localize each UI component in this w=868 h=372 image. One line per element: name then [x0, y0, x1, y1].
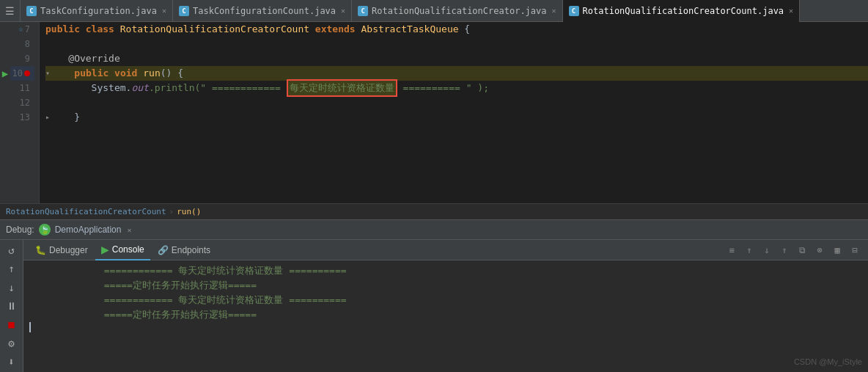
- scroll-down-btn[interactable]: ⇓: [760, 243, 774, 258]
- export-btn[interactable]: ⬇: [4, 355, 20, 369]
- app-name: DemoApplication: [55, 225, 122, 235]
- tab-console[interactable]: ▶ Console: [95, 240, 150, 260]
- tab-label-3: RotationQualificationCreator.java: [372, 6, 546, 16]
- tab-endpoints[interactable]: 🔗 Endpoints: [152, 240, 216, 260]
- restart-btn[interactable]: ↺: [4, 243, 20, 257]
- tab-3[interactable]: C RotationQualificationCreator.java ✕: [352, 0, 562, 22]
- tab-close-2[interactable]: ✕: [341, 7, 345, 15]
- margin-12: [0, 95, 10, 110]
- line-num-11: 11: [10, 81, 34, 95]
- debug-panel: ↺ ↑ ↓ ⏸ ■ ⚙ ⬇ 🐛 Debugger ▶ Console 🔗 End…: [0, 240, 868, 372]
- margin-13: [0, 110, 10, 125]
- console-line-3: ============ 每天定时统计资格证数量 ==========: [29, 293, 862, 307]
- line-num-9: 9: [10, 51, 34, 66]
- margin-10: ▶: [0, 66, 10, 81]
- tab-close-4[interactable]: ✕: [789, 7, 793, 15]
- tab-toolbar: ≡ ⇑ ⇓ ⇑ ⧉ ⊗ ▦ ⊟: [724, 243, 862, 258]
- breakpoint-icon: ▶: [2, 68, 8, 79]
- debug-toolbar: ↺ ↑ ↓ ⏸ ■ ⚙ ⬇: [0, 240, 23, 372]
- line-numbers: ☆7 8 9 10 11 12 13: [10, 22, 40, 203]
- tab-icon-3: C: [358, 6, 368, 16]
- console-line-1: ============ 每天定时统计资格证数量 ==========: [29, 263, 862, 278]
- line-num-10: 10: [10, 66, 34, 81]
- line-num-13: 13: [10, 110, 34, 125]
- scroll-up-btn[interactable]: ⇑: [777, 243, 792, 258]
- debug-content: 🐛 Debugger ▶ Console 🔗 Endpoints ≡ ⇑ ⇓ ⇑…: [23, 240, 868, 372]
- code-line-7: public class RotationQualificationCreato…: [45, 22, 868, 37]
- endpoints-label: Endpoints: [172, 245, 210, 255]
- highlight-box: 每天定时统计资格证数量: [287, 79, 397, 97]
- breadcrumb-class[interactable]: RotationQualificationCreatorCount: [6, 207, 166, 216]
- tab-icon-4: C: [569, 6, 579, 16]
- console-line-4: =====定时任务开始执行逻辑=====: [29, 307, 862, 322]
- tab-label-2: TaskConfigurationCount.java: [193, 6, 336, 16]
- wrap-btn[interactable]: ⇑: [742, 243, 757, 258]
- settings-btn[interactable]: ⚙: [4, 336, 20, 350]
- pause-btn[interactable]: ⏸: [4, 299, 20, 313]
- tab-label-4: RotationQualificationCreatorCount.java: [583, 6, 784, 16]
- copy-btn[interactable]: ⧉: [795, 243, 809, 258]
- debugger-label: Debugger: [49, 245, 88, 255]
- code-line-11: System.out.println(" ============ 每天定时统计…: [45, 81, 868, 95]
- tab-close-3[interactable]: ✕: [552, 7, 556, 15]
- console-text-4: =====定时任务开始执行逻辑=====: [29, 307, 257, 322]
- fold-arrow-10[interactable]: ▾: [45, 66, 50, 81]
- margin-8: [0, 37, 10, 51]
- up-btn[interactable]: ↑: [4, 261, 20, 275]
- tab-icon-1: C: [26, 6, 37, 16]
- line-num-8: 8: [10, 37, 34, 51]
- code-container: ▶ ☆7 8 9 10 11 12 13 public class Rot: [0, 22, 868, 203]
- clear-btn[interactable]: ⊗: [812, 243, 827, 258]
- stop-btn[interactable]: ■: [4, 318, 20, 332]
- tab-2[interactable]: C TaskConfigurationCount.java ✕: [173, 0, 352, 22]
- line-num-7: ☆7: [10, 22, 34, 37]
- breadcrumb: RotationQualificationCreatorCount › run(…: [0, 203, 868, 219]
- breakpoint-dot: [24, 70, 30, 76]
- tab-1[interactable]: C TaskConfiguration.java ✕: [21, 0, 173, 22]
- margin-9: [0, 51, 10, 66]
- watermark: CSDN @My_iStyle: [794, 354, 862, 369]
- tab-label-1: TaskConfiguration.java: [40, 6, 157, 16]
- cursor: [29, 322, 31, 332]
- grid-btn[interactable]: ▦: [830, 243, 845, 258]
- code-line-10: ▾ public void run() {: [45, 66, 868, 81]
- code-line-8: [45, 37, 868, 51]
- code-line-12: [45, 95, 868, 110]
- align-btn[interactable]: ⊟: [847, 243, 862, 258]
- console-text-3: ============ 每天定时统计资格证数量 ==========: [29, 293, 347, 307]
- code-content[interactable]: public class RotationQualificationCreato…: [40, 22, 868, 203]
- tab-icon-2: C: [179, 6, 189, 16]
- console-text-2: =====定时任务开始执行逻辑=====: [29, 278, 257, 293]
- margin-7: [0, 22, 10, 37]
- tab-debugger[interactable]: 🐛 Debugger: [29, 240, 94, 260]
- debug-tabs: 🐛 Debugger ▶ Console 🔗 Endpoints ≡ ⇑ ⇓ ⇑…: [23, 240, 868, 260]
- tab-close-1[interactable]: ✕: [162, 7, 166, 15]
- debug-bar: Debug: 🍃 DemoApplication ✕: [0, 219, 868, 240]
- sidebar-toggle[interactable]: ☰: [0, 0, 21, 22]
- debug-label: Debug:: [6, 225, 34, 235]
- console-label: Console: [112, 244, 144, 255]
- fold-arrow-13[interactable]: ▸: [45, 110, 50, 125]
- code-line-9: @Override: [45, 51, 868, 66]
- line-num-12: 12: [10, 95, 34, 110]
- filter-btn[interactable]: ≡: [724, 243, 739, 258]
- console-output[interactable]: ============ 每天定时统计资格证数量 ========== ====…: [23, 260, 868, 372]
- breadcrumb-sep: ›: [169, 207, 174, 216]
- left-margin: ▶: [0, 22, 10, 203]
- breadcrumb-method[interactable]: run(): [177, 207, 201, 216]
- code-line-13: ▸ }: [45, 110, 868, 125]
- margin-11: [0, 81, 10, 95]
- tab-4[interactable]: C RotationQualificationCreatorCount.java…: [563, 0, 801, 22]
- app-icon: 🍃: [39, 224, 51, 236]
- down-btn[interactable]: ↓: [4, 280, 20, 294]
- console-cursor-line: [29, 322, 862, 332]
- editor-area: ▶ ☆7 8 9 10 11 12 13 public class Rot: [0, 22, 868, 219]
- debug-close[interactable]: ✕: [127, 226, 131, 234]
- console-text-1: ============ 每天定时统计资格证数量 ==========: [29, 263, 347, 278]
- console-line-2: =====定时任务开始执行逻辑=====: [29, 278, 862, 293]
- tab-bar: ☰ C TaskConfiguration.java ✕ C TaskConfi…: [0, 0, 868, 22]
